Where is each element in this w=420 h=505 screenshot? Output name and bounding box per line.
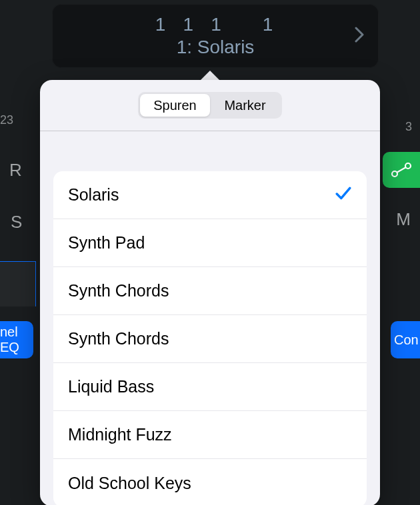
track-item[interactable]: Liquid Bass (53, 363, 367, 411)
mute-button[interactable]: M (396, 209, 411, 230)
tab-spuren[interactable]: Spuren (140, 94, 210, 117)
track-list: SolarisSynth PadSynth ChordsSynth Chords… (53, 171, 367, 505)
track-item-label: Liquid Bass (68, 377, 154, 396)
track-item[interactable]: Solaris (53, 171, 367, 219)
compressor-button[interactable]: Con (391, 321, 420, 358)
chevron-right-icon[interactable] (355, 27, 364, 45)
automation-button[interactable] (383, 152, 420, 188)
track-picker-popover: Spuren Marker SolarisSynth PadSynth Chor… (40, 80, 380, 505)
track-item-label: Synth Pad (68, 233, 145, 252)
track-item[interactable]: Midnight Fuzz (53, 411, 367, 459)
track-item[interactable]: Synth Pad (53, 219, 367, 267)
svg-line-2 (397, 167, 406, 173)
playhead-position: 1 1 1 1 (151, 14, 279, 35)
ruler-left: 23 (0, 113, 13, 127)
record-enable-button[interactable]: R (9, 160, 22, 181)
ruler-right: 3 (405, 120, 412, 134)
checkmark-icon (335, 185, 352, 206)
track-item-label: Synth Chords (68, 329, 169, 348)
channel-eq-button[interactable]: nel EQ (0, 321, 33, 358)
track-item[interactable]: Old School Keys (53, 459, 367, 505)
automation-icon (390, 162, 413, 178)
track-item[interactable]: Synth Chords (53, 315, 367, 363)
track-item-label: Solaris (68, 185, 119, 205)
channel-strip-edge (0, 261, 36, 306)
solo-button[interactable]: S (11, 212, 22, 233)
divider (40, 131, 380, 131)
track-item[interactable]: Synth Chords (53, 267, 367, 315)
track-item-label: Midnight Fuzz (68, 425, 172, 444)
segmented-control: Spuren Marker (138, 92, 282, 119)
track-item-label: Old School Keys (68, 474, 191, 493)
track-item-label: Synth Chords (68, 281, 169, 300)
tab-marker[interactable]: Marker (210, 94, 280, 117)
lcd-display[interactable]: 1 1 1 1 1: Solaris (52, 4, 379, 68)
current-track-label: 1: Solaris (177, 37, 255, 58)
